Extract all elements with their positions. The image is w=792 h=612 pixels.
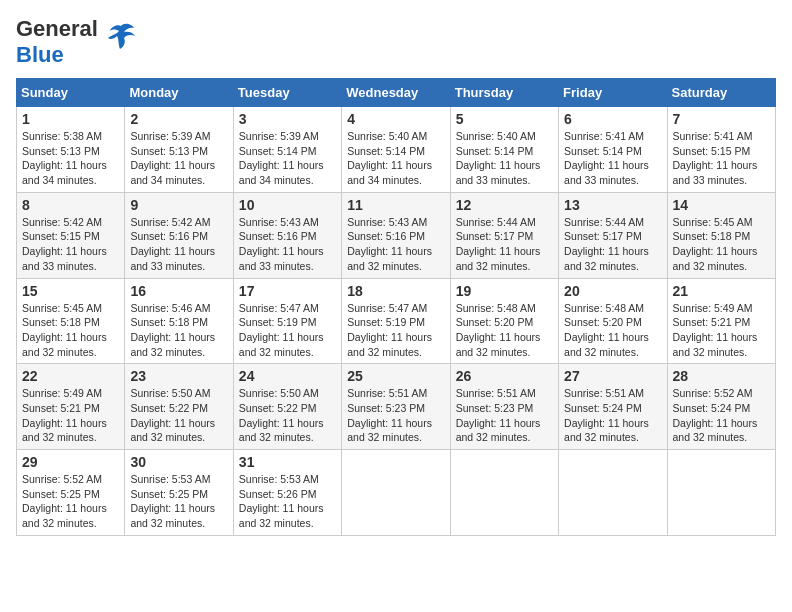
page-header: General Blue: [16, 16, 776, 68]
day-number: 3: [239, 111, 336, 127]
sunrise-label: Sunrise: 5:48 AM: [456, 302, 536, 314]
day-number: 6: [564, 111, 661, 127]
day-info: Sunrise: 5:48 AM Sunset: 5:20 PM Dayligh…: [456, 301, 553, 360]
day-number: 11: [347, 197, 444, 213]
calendar-cell: 7 Sunrise: 5:41 AM Sunset: 5:15 PM Dayli…: [667, 107, 775, 193]
daylight-label: Daylight: 11 hours and 32 minutes.: [456, 245, 541, 272]
sunset-label: Sunset: 5:18 PM: [22, 316, 100, 328]
day-number: 28: [673, 368, 770, 384]
sunset-label: Sunset: 5:14 PM: [456, 145, 534, 157]
day-number: 21: [673, 283, 770, 299]
sunrise-label: Sunrise: 5:43 AM: [347, 216, 427, 228]
sunset-label: Sunset: 5:22 PM: [239, 402, 317, 414]
day-info: Sunrise: 5:44 AM Sunset: 5:17 PM Dayligh…: [564, 215, 661, 274]
sunrise-label: Sunrise: 5:50 AM: [239, 387, 319, 399]
daylight-label: Daylight: 11 hours and 32 minutes.: [564, 331, 649, 358]
calendar-header-row: SundayMondayTuesdayWednesdayThursdayFrid…: [17, 79, 776, 107]
column-header-saturday: Saturday: [667, 79, 775, 107]
logo-general: General: [16, 16, 98, 41]
sunset-label: Sunset: 5:14 PM: [564, 145, 642, 157]
calendar-cell: 10 Sunrise: 5:43 AM Sunset: 5:16 PM Dayl…: [233, 192, 341, 278]
daylight-label: Daylight: 11 hours and 32 minutes.: [456, 417, 541, 444]
day-info: Sunrise: 5:38 AM Sunset: 5:13 PM Dayligh…: [22, 129, 119, 188]
daylight-label: Daylight: 11 hours and 33 minutes.: [673, 159, 758, 186]
calendar-cell: 8 Sunrise: 5:42 AM Sunset: 5:15 PM Dayli…: [17, 192, 125, 278]
day-number: 30: [130, 454, 227, 470]
day-info: Sunrise: 5:47 AM Sunset: 5:19 PM Dayligh…: [239, 301, 336, 360]
day-info: Sunrise: 5:43 AM Sunset: 5:16 PM Dayligh…: [239, 215, 336, 274]
calendar-cell: 5 Sunrise: 5:40 AM Sunset: 5:14 PM Dayli…: [450, 107, 558, 193]
sunset-label: Sunset: 5:22 PM: [130, 402, 208, 414]
sunset-label: Sunset: 5:24 PM: [564, 402, 642, 414]
calendar-cell: [559, 450, 667, 536]
daylight-label: Daylight: 11 hours and 32 minutes.: [22, 331, 107, 358]
sunset-label: Sunset: 5:23 PM: [347, 402, 425, 414]
calendar-cell: 11 Sunrise: 5:43 AM Sunset: 5:16 PM Dayl…: [342, 192, 450, 278]
day-number: 26: [456, 368, 553, 384]
day-number: 10: [239, 197, 336, 213]
day-info: Sunrise: 5:39 AM Sunset: 5:13 PM Dayligh…: [130, 129, 227, 188]
sunset-label: Sunset: 5:19 PM: [239, 316, 317, 328]
calendar-week-row: 1 Sunrise: 5:38 AM Sunset: 5:13 PM Dayli…: [17, 107, 776, 193]
day-number: 9: [130, 197, 227, 213]
calendar-cell: 20 Sunrise: 5:48 AM Sunset: 5:20 PM Dayl…: [559, 278, 667, 364]
sunrise-label: Sunrise: 5:38 AM: [22, 130, 102, 142]
day-number: 5: [456, 111, 553, 127]
day-number: 20: [564, 283, 661, 299]
sunset-label: Sunset: 5:21 PM: [22, 402, 100, 414]
daylight-label: Daylight: 11 hours and 34 minutes.: [347, 159, 432, 186]
day-number: 16: [130, 283, 227, 299]
day-info: Sunrise: 5:51 AM Sunset: 5:24 PM Dayligh…: [564, 386, 661, 445]
calendar-week-row: 15 Sunrise: 5:45 AM Sunset: 5:18 PM Dayl…: [17, 278, 776, 364]
daylight-label: Daylight: 11 hours and 33 minutes.: [456, 159, 541, 186]
sunset-label: Sunset: 5:14 PM: [239, 145, 317, 157]
calendar-cell: 4 Sunrise: 5:40 AM Sunset: 5:14 PM Dayli…: [342, 107, 450, 193]
day-info: Sunrise: 5:39 AM Sunset: 5:14 PM Dayligh…: [239, 129, 336, 188]
daylight-label: Daylight: 11 hours and 32 minutes.: [130, 331, 215, 358]
sunset-label: Sunset: 5:17 PM: [456, 230, 534, 242]
sunrise-label: Sunrise: 5:53 AM: [130, 473, 210, 485]
day-number: 22: [22, 368, 119, 384]
day-number: 19: [456, 283, 553, 299]
sunrise-label: Sunrise: 5:52 AM: [22, 473, 102, 485]
daylight-label: Daylight: 11 hours and 32 minutes.: [239, 417, 324, 444]
sunset-label: Sunset: 5:13 PM: [22, 145, 100, 157]
calendar-week-row: 8 Sunrise: 5:42 AM Sunset: 5:15 PM Dayli…: [17, 192, 776, 278]
logo: General Blue: [16, 16, 136, 68]
daylight-label: Daylight: 11 hours and 33 minutes.: [22, 245, 107, 272]
sunrise-label: Sunrise: 5:39 AM: [130, 130, 210, 142]
calendar-cell: 26 Sunrise: 5:51 AM Sunset: 5:23 PM Dayl…: [450, 364, 558, 450]
column-header-sunday: Sunday: [17, 79, 125, 107]
daylight-label: Daylight: 11 hours and 32 minutes.: [239, 331, 324, 358]
sunrise-label: Sunrise: 5:46 AM: [130, 302, 210, 314]
calendar-cell: 22 Sunrise: 5:49 AM Sunset: 5:21 PM Dayl…: [17, 364, 125, 450]
calendar-cell: 3 Sunrise: 5:39 AM Sunset: 5:14 PM Dayli…: [233, 107, 341, 193]
calendar-cell: 6 Sunrise: 5:41 AM Sunset: 5:14 PM Dayli…: [559, 107, 667, 193]
calendar-cell: 21 Sunrise: 5:49 AM Sunset: 5:21 PM Dayl…: [667, 278, 775, 364]
daylight-label: Daylight: 11 hours and 33 minutes.: [130, 245, 215, 272]
column-header-friday: Friday: [559, 79, 667, 107]
sunrise-label: Sunrise: 5:42 AM: [130, 216, 210, 228]
sunrise-label: Sunrise: 5:43 AM: [239, 216, 319, 228]
daylight-label: Daylight: 11 hours and 32 minutes.: [22, 417, 107, 444]
sunset-label: Sunset: 5:14 PM: [347, 145, 425, 157]
daylight-label: Daylight: 11 hours and 33 minutes.: [239, 245, 324, 272]
sunset-label: Sunset: 5:20 PM: [564, 316, 642, 328]
day-number: 31: [239, 454, 336, 470]
day-info: Sunrise: 5:40 AM Sunset: 5:14 PM Dayligh…: [347, 129, 444, 188]
calendar-cell: 30 Sunrise: 5:53 AM Sunset: 5:25 PM Dayl…: [125, 450, 233, 536]
calendar-cell: 24 Sunrise: 5:50 AM Sunset: 5:22 PM Dayl…: [233, 364, 341, 450]
day-info: Sunrise: 5:50 AM Sunset: 5:22 PM Dayligh…: [130, 386, 227, 445]
day-number: 4: [347, 111, 444, 127]
sunset-label: Sunset: 5:13 PM: [130, 145, 208, 157]
daylight-label: Daylight: 11 hours and 32 minutes.: [347, 417, 432, 444]
calendar-week-row: 22 Sunrise: 5:49 AM Sunset: 5:21 PM Dayl…: [17, 364, 776, 450]
calendar-cell: 16 Sunrise: 5:46 AM Sunset: 5:18 PM Dayl…: [125, 278, 233, 364]
sunset-label: Sunset: 5:20 PM: [456, 316, 534, 328]
sunrise-label: Sunrise: 5:45 AM: [673, 216, 753, 228]
sunrise-label: Sunrise: 5:47 AM: [239, 302, 319, 314]
day-info: Sunrise: 5:53 AM Sunset: 5:26 PM Dayligh…: [239, 472, 336, 531]
daylight-label: Daylight: 11 hours and 32 minutes.: [130, 417, 215, 444]
day-number: 12: [456, 197, 553, 213]
day-info: Sunrise: 5:40 AM Sunset: 5:14 PM Dayligh…: [456, 129, 553, 188]
